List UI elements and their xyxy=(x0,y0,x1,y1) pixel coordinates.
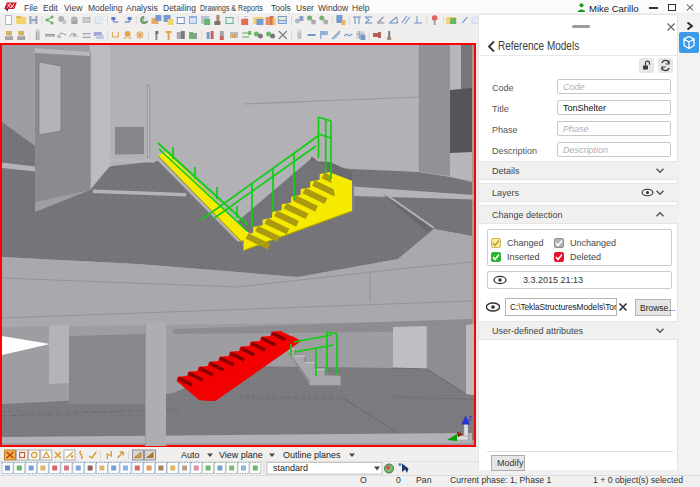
svg-text:View plane: View plane xyxy=(219,450,263,460)
svg-text:Z: Z xyxy=(468,415,473,422)
svg-text:Auto: Auto xyxy=(181,450,200,460)
svg-text:standard: standard xyxy=(273,463,308,473)
svg-text:Outline planes: Outline planes xyxy=(283,450,341,460)
